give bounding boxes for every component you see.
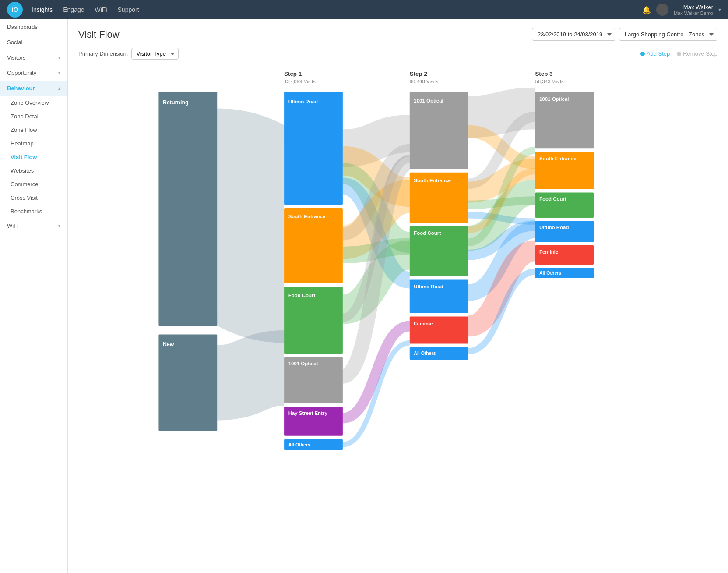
- sidebar-label-opportunity: Opportunity: [7, 70, 36, 76]
- primary-dim-label: Primary Dimension:: [78, 50, 128, 57]
- step2-label: Step 2: [410, 71, 427, 77]
- step2-visits: 90,448 Visits: [410, 79, 439, 84]
- node-s2-feminic-label: Feminic: [414, 321, 433, 326]
- step3-visits: 56,343 Visits: [535, 79, 564, 84]
- node-s1-hay-street-label: Hay Street Entry: [288, 410, 328, 416]
- sankey-svg: Step 1 137,099 Visits Step 2 90,448 Visi…: [78, 67, 717, 443]
- sidebar-item-zone-flow[interactable]: Zone Flow: [0, 123, 67, 137]
- node-s3-all-others-label: All Others: [539, 270, 561, 276]
- step1-visits: 137,099 Visits: [284, 79, 316, 84]
- sidebar-item-cross-visit[interactable]: Cross Visit: [0, 191, 67, 205]
- node-s2-south-entrance-label: South Entrance: [414, 178, 451, 183]
- sidebar-item-visit-flow[interactable]: Visit Flow: [0, 150, 67, 164]
- chevron-down-icon: ▾: [58, 55, 60, 60]
- step1-label: Step 1: [284, 71, 302, 77]
- node-s3-food-court-label: Food Court: [539, 196, 566, 202]
- node-s3-1001-optical-label: 1001 Optical: [539, 96, 569, 102]
- sidebar-label-visitors: Visitors: [7, 54, 25, 61]
- remove-step-label: Remove Step: [683, 50, 717, 57]
- nav-insights[interactable]: Insights: [32, 6, 53, 13]
- node-s1-food-court-label: Food Court: [288, 293, 316, 298]
- chevron-up-icon: ▴: [58, 86, 60, 91]
- user-info: Max Walker Max Walker Demo: [674, 4, 713, 16]
- nav-support[interactable]: Support: [118, 6, 139, 13]
- node-s3-ultimo-road-label: Ultimo Road: [539, 225, 569, 230]
- node-s2-all-others-label: All Others: [414, 350, 436, 356]
- add-step-icon: [640, 52, 645, 56]
- node-s3-feminic-label: Feminic: [539, 249, 559, 255]
- node-returning[interactable]: [158, 92, 217, 326]
- sidebar-item-opportunity[interactable]: Opportunity ▾: [0, 65, 67, 81]
- page-header: Visit Flow 23/02/2019 to 24/03/2019 Larg…: [78, 28, 717, 41]
- sidebar-item-websites[interactable]: Websites: [0, 164, 67, 177]
- user-chevron[interactable]: ▾: [718, 7, 721, 13]
- user-avatar: [656, 4, 668, 16]
- page-title: Visit Flow: [78, 29, 120, 40]
- step3-label: Step 3: [535, 71, 552, 77]
- node-s1-ultimo-road-label: Ultimo Road: [288, 99, 318, 104]
- sidebar-item-behaviour[interactable]: Behaviour ▴: [0, 81, 67, 96]
- remove-step-icon: [677, 52, 681, 56]
- location-select[interactable]: Large Shopping Centre - Zones: [619, 28, 717, 41]
- remove-step-button[interactable]: Remove Step: [677, 50, 717, 57]
- nav-engage[interactable]: Engage: [63, 6, 84, 13]
- node-s2-ultimo-road-label: Ultimo Road: [414, 284, 443, 289]
- sankey-chart: Step 1 137,099 Visits Step 2 90,448 Visi…: [78, 67, 717, 445]
- node-s1-south-entrance[interactable]: [284, 208, 343, 283]
- chevron-down-icon: ▾: [58, 223, 60, 228]
- node-s2-1001-optical-label: 1001 Optical: [414, 98, 443, 103]
- node-s1-all-others-label: All Others: [288, 442, 310, 447]
- primary-dim-select[interactable]: Visitor Type: [131, 48, 179, 60]
- sidebar-item-social[interactable]: Social: [0, 35, 67, 50]
- sidebar-item-visitors[interactable]: Visitors ▾: [0, 50, 67, 65]
- node-s1-south-entrance-label: South Entrance: [288, 214, 326, 219]
- sidebar-item-dashboards[interactable]: Dashboards: [0, 19, 67, 35]
- date-range-select[interactable]: 23/02/2019 to 24/03/2019: [532, 28, 615, 41]
- node-s1-1001-optical-label: 1001 Optical: [288, 361, 318, 366]
- step-controls: Add Step Remove Step: [640, 50, 717, 57]
- node-s3-feminic[interactable]: [535, 245, 594, 265]
- add-step-label: Add Step: [647, 50, 670, 57]
- sidebar-item-zone-detail[interactable]: Zone Detail: [0, 110, 67, 123]
- user-name: Max Walker: [674, 4, 713, 11]
- sidebar-item-benchmarks[interactable]: Benchmarks: [0, 205, 67, 218]
- main-nav: Insights Engage WiFi Support: [32, 6, 642, 13]
- node-s3-ultimo-road[interactable]: [535, 221, 594, 242]
- node-s1-ultimo-road[interactable]: [284, 92, 343, 205]
- sidebar-label-wifi: WiFi: [7, 223, 18, 229]
- main-layout: Dashboards Social Visitors ▾ Opportunity…: [0, 19, 728, 573]
- user-org: Max Walker Demo: [674, 11, 713, 16]
- main-content: Visit Flow 23/02/2019 to 24/03/2019 Larg…: [68, 19, 728, 573]
- primary-dimension-control: Primary Dimension: Visitor Type: [78, 48, 179, 60]
- header-controls: 23/02/2019 to 24/03/2019 Large Shopping …: [532, 28, 717, 41]
- node-returning-label: Returning: [163, 99, 189, 106]
- user-area: 🔔 Max Walker Max Walker Demo ▾: [642, 4, 721, 16]
- node-s3-south-entrance-label: South Entrance: [539, 156, 577, 161]
- sidebar-label-behaviour: Behaviour: [7, 85, 35, 92]
- node-new-label: New: [163, 341, 174, 347]
- node-new[interactable]: [158, 335, 217, 431]
- sidebar-item-commerce[interactable]: Commerce: [0, 177, 67, 191]
- chevron-down-icon: ▾: [58, 71, 60, 75]
- sidebar-item-zone-overview[interactable]: Zone Overview: [0, 96, 67, 110]
- add-step-button[interactable]: Add Step: [640, 50, 670, 57]
- node-s2-food-court-label: Food Court: [414, 230, 441, 236]
- sidebar-item-heatmap[interactable]: Heatmap: [0, 137, 67, 150]
- app-logo: iO: [7, 2, 23, 18]
- sidebar-item-wifi[interactable]: WiFi ▾: [0, 218, 67, 233]
- toolbar: Primary Dimension: Visitor Type Add Step…: [78, 48, 717, 60]
- top-navigation: iO Insights Engage WiFi Support 🔔 Max Wa…: [0, 0, 728, 19]
- nav-wifi[interactable]: WiFi: [95, 6, 107, 13]
- notification-icon[interactable]: 🔔: [642, 6, 651, 14]
- sidebar: Dashboards Social Visitors ▾ Opportunity…: [0, 19, 68, 573]
